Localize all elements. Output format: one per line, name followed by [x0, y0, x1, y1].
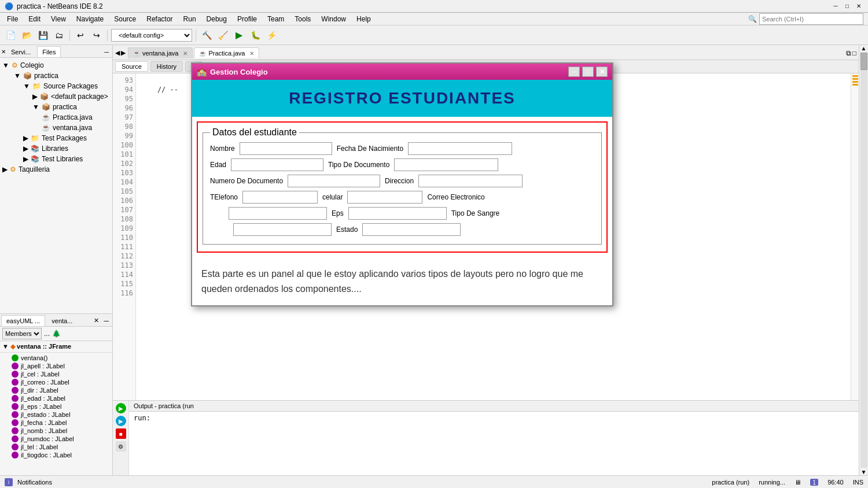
undo-button[interactable]: ↩ — [73, 28, 87, 42]
tab-close-ventana[interactable]: ✕ — [183, 50, 187, 57]
estado-input[interactable] — [362, 223, 461, 236]
maximize-button[interactable]: □ — [843, 2, 852, 11]
editor-float-icon[interactable]: □ — [852, 49, 856, 57]
celular-input[interactable] — [347, 191, 422, 204]
tree-item-source-packages[interactable]: ▼ 📁 Source Packages — [0, 81, 112, 91]
tree-item-practica-pkg[interactable]: ▼ 📦 practica — [0, 102, 112, 112]
open-button[interactable]: 📂 — [20, 28, 34, 42]
run-button[interactable]: ▶ — [232, 28, 246, 42]
tree-item-test-packages[interactable]: ▶ 📁 Test Packages — [0, 133, 112, 143]
build-button[interactable]: 🔨 — [200, 28, 214, 42]
left-panel-close-left[interactable]: ✕ — [1, 49, 6, 55]
menu-file[interactable]: File — [2, 14, 23, 24]
debug-output-button[interactable]: ▶ — [116, 416, 126, 426]
redo-button[interactable]: ↪ — [90, 28, 104, 42]
member-jl-nomb[interactable]: jl_nomb : JLabel — [0, 427, 112, 435]
tab-files[interactable]: Files — [37, 46, 61, 57]
menu-debug[interactable]: Debug — [202, 14, 231, 24]
menu-view[interactable]: View — [46, 14, 71, 24]
member-il-tiogdoc[interactable]: il_tiogdoc : JLabel — [0, 451, 112, 459]
members-tree-icon[interactable]: 🌲 — [52, 330, 61, 338]
member-jl-apell[interactable]: jl_apell : JLabel — [0, 362, 112, 370]
member-ventana[interactable]: ventana() — [0, 354, 112, 362]
tree-item-practica[interactable]: ▼ 📦 practica — [0, 71, 112, 81]
num-doc-input[interactable] — [288, 175, 380, 187]
bottom-panel-close[interactable]: ✕ — [91, 316, 101, 326]
menu-run[interactable]: Run — [179, 14, 201, 24]
eps-input[interactable] — [348, 207, 447, 220]
tree-item-practica-java[interactable]: ☕ Practica.java — [0, 112, 112, 123]
tab-close-practica[interactable]: ✕ — [249, 50, 254, 57]
menu-team[interactable]: Team — [263, 14, 289, 24]
config-output-button[interactable]: ⚙ — [116, 441, 126, 452]
menu-navigate[interactable]: Navigate — [72, 14, 108, 24]
editor-tab-practica[interactable]: ☕ Practica.java ✕ — [194, 47, 259, 58]
telefono-input[interactable] — [242, 191, 318, 204]
tree-item-libraries[interactable]: ▶ 📚 Libraries — [0, 143, 112, 154]
scroll-down-arrow[interactable]: ▼ — [861, 469, 867, 475]
left-panel-close[interactable]: ─ — [102, 47, 111, 57]
tipo-sangre-input[interactable] — [233, 223, 332, 236]
bottom-tab-easyuml[interactable]: easyUML ... — [1, 315, 45, 326]
member-jl-edad[interactable]: jl_edad : JLabel — [0, 394, 112, 402]
profile-button[interactable]: ⚡ — [264, 28, 278, 42]
tree-item-test-libraries[interactable]: ▶ 📚 Test Libraries — [0, 154, 112, 164]
direccion-input[interactable] — [418, 175, 523, 187]
tree-label: Colegio — [20, 61, 44, 69]
right-scrollbar[interactable]: ▲ ▼ — [859, 45, 868, 475]
save-button[interactable]: 💾 — [36, 28, 50, 42]
dialog-minimize-button[interactable]: ─ — [568, 66, 580, 77]
member-jl-numdoc[interactable]: jl_numdoc : JLabel — [0, 435, 112, 443]
config-dropdown[interactable]: <default config> — [111, 29, 192, 42]
member-jl-correo[interactable]: jl_correo : JLabel — [0, 378, 112, 386]
scroll-thumb[interactable] — [860, 53, 867, 70]
minimize-button[interactable]: ─ — [831, 2, 840, 11]
source-tab-source[interactable]: Source — [115, 61, 148, 72]
dialog-maximize-button[interactable]: □ — [582, 66, 594, 77]
menu-edit[interactable]: Edit — [24, 14, 45, 24]
menu-profile[interactable]: Profile — [233, 14, 262, 24]
nav-forward-icon[interactable]: ▶ — [121, 49, 126, 57]
source-tab-history[interactable]: History — [150, 61, 183, 72]
tree-item-taquilleria[interactable]: ▶ ⚙ Taquilleria — [0, 164, 112, 175]
run-output-button[interactable]: ▶ — [116, 403, 126, 413]
member-jl-fecha[interactable]: jl_fecha : JLabel — [0, 419, 112, 427]
bottom-tab-venta[interactable]: venta... — [46, 315, 78, 326]
menu-source[interactable]: Source — [109, 14, 141, 24]
tab-services[interactable]: Servi... — [6, 46, 36, 57]
menu-window[interactable]: Window — [317, 14, 351, 24]
clean-button[interactable]: 🧹 — [216, 28, 230, 42]
stop-output-button[interactable]: ■ — [116, 428, 126, 439]
title-bar-right[interactable]: ─ □ ✕ — [831, 2, 863, 11]
editor-window-icon[interactable]: ⧉ — [846, 49, 851, 57]
tree-item-ventana-java[interactable]: ☕ ventana.java — [0, 123, 112, 133]
member-jl-estado[interactable]: jl_estado : JLabel — [0, 411, 112, 419]
members-dropdown[interactable]: Members — [2, 328, 42, 339]
fecha-input[interactable] — [408, 142, 512, 155]
members-option-icon[interactable]: ... — [44, 330, 50, 338]
dialog-close-button[interactable]: ✕ — [596, 66, 608, 77]
member-jl-tel[interactable]: jl_tel : JLabel — [0, 443, 112, 451]
debug-button[interactable]: 🐛 — [248, 28, 262, 42]
editor-tab-ventana[interactable]: ☕ ventana.java ✕ — [128, 47, 193, 58]
close-button[interactable]: ✕ — [854, 2, 863, 11]
tree-label: Source Packages — [43, 82, 98, 90]
nombre-input[interactable] — [240, 142, 332, 155]
edad-input[interactable] — [231, 158, 323, 171]
scroll-up-arrow[interactable]: ▲ — [861, 45, 867, 51]
member-jl-cel[interactable]: jl_cel : JLabel — [0, 370, 112, 378]
search-input[interactable] — [759, 13, 863, 25]
bottom-panel-minimize[interactable]: ─ — [101, 316, 111, 326]
tipo-doc-input[interactable] — [394, 158, 498, 171]
nav-back-icon[interactable]: ◀ — [115, 49, 120, 57]
tree-item-default-package[interactable]: ▶ 📦 <default package> — [0, 91, 112, 102]
new-file-button[interactable]: 📄 — [3, 28, 17, 42]
menu-tools[interactable]: Tools — [290, 14, 315, 24]
save-all-button[interactable]: 🗂 — [52, 28, 66, 42]
menu-refactor[interactable]: Refactor — [142, 14, 177, 24]
member-jl-dir[interactable]: jl_dir : JLabel — [0, 386, 112, 394]
tree-item-colegio[interactable]: ▼ ⚙ Colegio — [0, 60, 112, 71]
member-jl-eps[interactable]: jl_eps : JLabel — [0, 402, 112, 411]
menu-help[interactable]: Help — [352, 14, 376, 24]
correo-input[interactable] — [229, 207, 327, 220]
